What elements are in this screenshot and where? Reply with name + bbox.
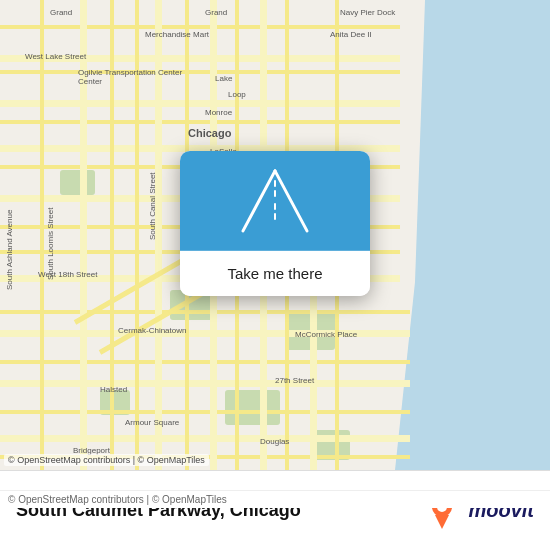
svg-line-1 <box>275 171 307 231</box>
road-h-monroe <box>0 100 400 107</box>
label-canal-v: South Canal Street <box>148 120 157 240</box>
label-merch-mart: Merchandise Mart <box>145 30 209 39</box>
attribution-bar: © OpenStreetMap contributors | © OpenMap… <box>0 490 550 508</box>
park-2 <box>60 170 95 195</box>
label-douglas: Douglas <box>260 437 289 446</box>
label-grand-w: Grand <box>50 8 72 17</box>
label-mccormick: McCormick Place <box>295 330 357 339</box>
label-halsted: Halsted <box>100 385 127 394</box>
label-loomis-v: South Loomis Street <box>46 180 55 280</box>
road-h-27th <box>0 380 410 387</box>
svg-line-0 <box>243 171 275 231</box>
label-anita: Anita Dee II <box>330 30 372 39</box>
label-ashland-v: South Ashland Avenue <box>5 170 14 290</box>
svg-marker-6 <box>435 515 449 529</box>
label-lake: Lake <box>215 74 232 83</box>
park-3 <box>225 390 280 425</box>
map-attribution-overlay: © OpenStreetMap contributors | © OpenMap… <box>4 454 209 466</box>
label-loop: Loop <box>228 90 246 99</box>
popup-image <box>180 151 370 251</box>
road-v-minor-1 <box>40 0 44 470</box>
label-armour: Armour Square <box>125 418 179 427</box>
road-h-31st <box>0 435 410 442</box>
road-h-minor-3 <box>0 120 400 124</box>
road-h-minor-9 <box>0 410 410 414</box>
label-monroe: Monroe <box>205 108 232 117</box>
road-h-minor-8 <box>0 360 410 364</box>
label-cermak: Cermak-Chinatown <box>118 326 186 335</box>
label-27th: 27th Street <box>275 376 314 385</box>
take-me-there-button[interactable]: Take me there <box>180 251 370 296</box>
road-h-minor-7 <box>0 310 410 314</box>
road-h-minor-2 <box>0 70 400 74</box>
label-grand-e: Grand <box>205 8 227 17</box>
map-container: Grand Grand Navy Pier Dock Merchandise M… <box>0 0 550 470</box>
label-ogilvie: Ogilvie Transportation Center <box>78 68 182 77</box>
footer: South Calumet Parkway, Chicago moovit <box>0 470 550 550</box>
label-ogilvie-2: Center <box>78 77 102 86</box>
road-icon <box>235 166 315 236</box>
label-chicago: Chicago <box>188 127 231 139</box>
road-h-minor-1 <box>0 25 400 29</box>
label-w-lake: West Lake Street <box>25 52 86 61</box>
label-navy-pier: Navy Pier Dock <box>340 8 395 17</box>
attribution-text: © OpenStreetMap contributors | © OpenMap… <box>8 494 227 505</box>
popup-card: Take me there <box>180 151 370 296</box>
